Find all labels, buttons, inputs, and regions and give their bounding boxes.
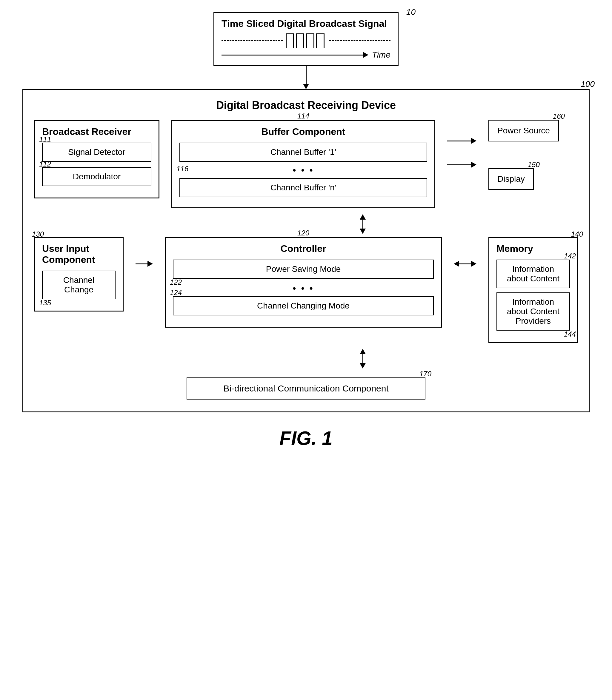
user-input-box: 130 User Input Component 135 Channel Cha… — [34, 237, 124, 312]
controller-to-bidir-arrow — [148, 349, 578, 369]
pulse-2 — [296, 33, 304, 48]
ref-140: 140 — [571, 230, 583, 239]
bidir-box: Bi-directional Communication Component — [186, 377, 426, 400]
user-to-controller-arrow — [136, 237, 153, 267]
ref-170: 170 — [419, 370, 431, 378]
pulse-1 — [286, 33, 294, 48]
timeline-arrow — [363, 52, 368, 58]
timeline-line — [222, 55, 364, 56]
channel-buffer-n-box: Channel Buffer 'n' — [179, 178, 427, 197]
broadcast-receiver-title: Broadcast Receiver — [42, 126, 151, 137]
info-content-container: 142 Information about Content — [497, 260, 570, 288]
power-saving-mode-box: Power Saving Mode — [173, 260, 434, 279]
signal-detector-label: Signal Detector — [68, 147, 125, 157]
arrow-down-bidir — [360, 363, 366, 369]
ref-144: 144 — [564, 330, 576, 338]
user-input-title: User Input Component — [42, 243, 115, 265]
time-label: Time — [372, 50, 390, 60]
arrow-head-left-mem — [454, 261, 459, 267]
bidir-label: Bi-directional Communication Component — [223, 383, 389, 393]
signal-detector-container: 111 Signal Detector — [42, 143, 151, 162]
arrow-vert-line — [362, 219, 363, 229]
right-column: 160 Power Source 150 Display — [488, 120, 578, 190]
power-source-container: 160 Power Source — [488, 120, 559, 141]
signal-box-title: Time Sliced Digital Broadcast Signal — [222, 18, 390, 29]
fig-label: FIG. 1 — [279, 427, 333, 449]
arrows-to-right — [447, 120, 476, 168]
signal-detector-box: Signal Detector — [42, 143, 151, 162]
buffer-component-box: 114 Buffer Component Channel Buffer '1' … — [171, 120, 435, 208]
arrow-head-display — [471, 138, 476, 144]
arrow-head-display2 — [471, 162, 476, 168]
display-container: 150 Display — [488, 168, 534, 190]
bidir-arrow-container — [360, 349, 366, 369]
middle-row: 130 User Input Component 135 Channel Cha… — [34, 237, 578, 343]
arrow-head-uc — [148, 261, 153, 267]
buffer-to-display-arrow2 — [447, 162, 476, 168]
arrow-head-right-mem — [471, 261, 476, 267]
ref-120: 120 — [297, 229, 309, 237]
ref-160: 160 — [553, 112, 565, 120]
info-content-box: Information about Content — [497, 260, 570, 288]
diagram-wrapper: Time Sliced Digital Broadcast Signal Tim… — [18, 12, 594, 449]
channel-buffer-1-label: Channel Buffer '1' — [270, 147, 336, 157]
memory-title: Memory — [497, 243, 570, 254]
buffer-controller-arrow — [148, 214, 578, 234]
info-providers-label: Information about Content Providers — [507, 297, 559, 326]
channel-changing-mode-box: Channel Changing Mode — [173, 296, 434, 315]
broadcast-receiver-box: Broadcast Receiver 111 Signal Detector 1… — [34, 120, 159, 198]
arrow-up-head — [360, 214, 366, 219]
ref-124: 124 — [170, 288, 182, 297]
info-providers-box: Information about Content Providers — [497, 292, 570, 331]
buffer-component-title: Buffer Component — [179, 126, 427, 137]
buffer-to-display-arrow — [447, 138, 476, 144]
info-content-label: Information about Content — [507, 265, 559, 283]
top-row: Broadcast Receiver 111 Signal Detector 1… — [34, 120, 578, 208]
arrow-line-display2 — [447, 165, 471, 165]
bottom-section: 170 Bi-directional Communication Compone… — [34, 377, 578, 400]
pulse-4 — [316, 33, 324, 48]
arrow-up-bidir — [360, 349, 366, 354]
arrow-down-head — [360, 229, 366, 234]
info-providers-container: 144 Information about Content Providers — [497, 292, 570, 331]
demodulator-box: Demodulator — [42, 167, 151, 186]
controller-title: Controller — [173, 243, 434, 254]
timeline: Time — [222, 50, 390, 60]
arrow-vert-bidir — [362, 354, 363, 363]
ref-10: 10 — [406, 8, 416, 17]
power-saving-mode-label: Power Saving Mode — [266, 265, 341, 274]
signal-to-main-arrow — [213, 66, 399, 89]
buffer-dots: • • • — [179, 165, 427, 176]
main-box: 100 Digital Broadcast Receiving Device B… — [23, 89, 589, 412]
channel-buffer-1-box: Channel Buffer '1' — [179, 143, 427, 162]
controller-dots: • • • — [173, 283, 434, 294]
dashed-line-right — [329, 40, 390, 41]
channel-change-label: Channel Change — [63, 275, 94, 294]
ref-135: 135 — [39, 299, 51, 307]
power-saving-container: Power Saving Mode 122 — [173, 260, 434, 279]
bi-arrow-vertical — [360, 214, 366, 234]
dashed-line-left — [222, 40, 283, 41]
memory-box: 140 Memory 142 Information about Content… — [488, 237, 578, 343]
channel-changing-container: 124 Channel Changing Mode — [173, 296, 434, 315]
display-box: Display — [488, 168, 534, 190]
ref-100: 100 — [581, 80, 595, 89]
ref-130: 130 — [32, 230, 44, 239]
controller-box: 120 Controller Power Saving Mode 122 • •… — [165, 237, 442, 328]
ref-142: 142 — [564, 252, 576, 260]
pulse-group — [286, 33, 326, 48]
channel-change-box: Channel Change — [42, 271, 115, 299]
arrow-vertical-line-top — [306, 66, 307, 84]
arrow-line-uc — [136, 263, 148, 265]
channel-change-container: 135 Channel Change — [42, 271, 115, 299]
demodulator-label: Demodulator — [73, 172, 121, 181]
arrow-line-display — [447, 141, 471, 141]
controller-to-memory-arrow — [454, 237, 476, 267]
ref-114: 114 — [297, 112, 309, 120]
power-source-label: Power Source — [497, 126, 550, 135]
arrow-head-down-main — [303, 84, 309, 89]
pulse-3 — [306, 33, 314, 48]
signal-box: Time Sliced Digital Broadcast Signal Tim… — [213, 12, 399, 66]
buffer-area: 114 Buffer Component Channel Buffer '1' … — [171, 120, 435, 208]
ref-150: 150 — [528, 160, 540, 169]
